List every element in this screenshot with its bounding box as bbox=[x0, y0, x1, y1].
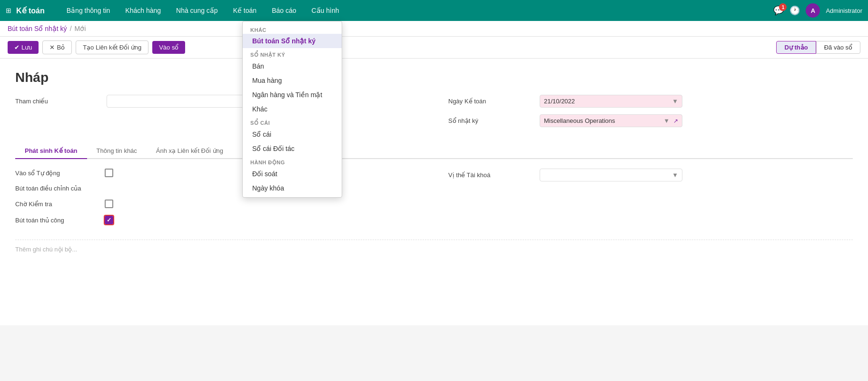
nav-config[interactable]: Cấu hình bbox=[304, 0, 347, 21]
internal-note-area[interactable]: Thêm ghi chú nội bộ... bbox=[15, 240, 853, 259]
status-draft[interactable]: Dự thảo bbox=[776, 41, 816, 54]
adjusting-entry-field: Bút toán điều chỉnh của bbox=[15, 185, 420, 192]
dropdown-item-partner-ledger[interactable]: Sổ cái Đối tác bbox=[243, 141, 342, 156]
tab-col-right: Vị thế Tài khoá ▼ bbox=[448, 169, 853, 232]
dropdown-menu: Khác Bút toán Sổ nhật ký Sổ nhật ký Bán … bbox=[242, 21, 342, 198]
main-content: Nháp Tham chiếu Ngày Kế toán 21/10/2022 … bbox=[0, 59, 868, 325]
wait-check-field: Chờ Kiểm tra bbox=[15, 200, 420, 208]
dropdown-item-ledger[interactable]: Sổ cái bbox=[243, 127, 342, 141]
breadcrumb: Bút toán Sổ nhật ký / Mới bbox=[0, 21, 868, 37]
post-button[interactable]: Vào sổ bbox=[152, 41, 185, 54]
reference-label: Tham chiếu bbox=[15, 98, 101, 105]
record-title: Nháp bbox=[15, 70, 853, 85]
dropdown-item-journal-entry[interactable]: Bút toán Sổ nhật ký bbox=[243, 34, 342, 48]
breadcrumb-separator: / bbox=[70, 25, 72, 32]
clock-icon[interactable]: 🕐 bbox=[789, 5, 800, 16]
dropdown-item-purchase[interactable]: Mua hàng bbox=[243, 73, 342, 88]
chevron-down-icon: ▼ bbox=[672, 98, 678, 105]
account-position-select[interactable]: ▼ bbox=[540, 169, 682, 181]
accounting-date-field: Ngày Kế toán 21/10/2022 ▼ bbox=[448, 95, 853, 108]
tab-content: Vào sổ Tự động Bút toán điều chỉnh của C… bbox=[15, 169, 853, 259]
auto-post-field: Vào sổ Tự động bbox=[15, 169, 420, 177]
journal-label: Sổ nhật ký bbox=[448, 117, 534, 124]
notification-badge: 1 bbox=[779, 3, 787, 11]
auto-post-label: Vào sổ Tự động bbox=[15, 170, 101, 177]
dropdown-item-reconcile[interactable]: Đối soát bbox=[243, 167, 342, 181]
reference-field: Tham chiếu bbox=[15, 95, 420, 108]
nav-menu: Bảng thông tin Khách hàng Nhà cung cấp K… bbox=[59, 0, 774, 21]
grid-icon[interactable]: ⊞ bbox=[6, 7, 11, 14]
dropdown-item-sale[interactable]: Bán bbox=[243, 59, 342, 73]
dropdown-section-action: Hành động bbox=[243, 156, 342, 167]
auto-post-checkbox[interactable] bbox=[105, 169, 113, 177]
toolbar: ✔ Lưu ✕ Bỏ Tạo Liên kết Đối ứng Vào sổ D… bbox=[0, 37, 868, 59]
x-icon: ✕ bbox=[49, 44, 55, 51]
nav-customers[interactable]: Khách hàng bbox=[118, 0, 168, 21]
wait-check-label: Chờ Kiểm tra bbox=[15, 201, 101, 208]
breadcrumb-parent[interactable]: Bút toán Sổ nhật ký bbox=[8, 25, 67, 32]
accounting-date-input[interactable]: 21/10/2022 ▼ bbox=[540, 95, 682, 108]
top-navigation: ⊞ Kế toán Bảng thông tin Khách hàng Nhà … bbox=[0, 0, 868, 21]
chat-icon[interactable]: 💬 1 bbox=[773, 5, 784, 16]
manual-entry-checkbox[interactable] bbox=[105, 216, 113, 224]
journal-select[interactable]: Miscellaneous Operations ▼ ↗ bbox=[540, 114, 682, 127]
tab-mapping[interactable]: Ánh xạ Liên kết Đối ứng bbox=[147, 143, 233, 159]
create-link-button[interactable]: Tạo Liên kết Đối ứng bbox=[76, 40, 148, 54]
avatar[interactable]: A bbox=[806, 3, 820, 18]
nav-dashboard[interactable]: Bảng thông tin bbox=[59, 0, 118, 21]
accounting-date-value: 21/10/2022 bbox=[544, 98, 575, 105]
tab-accounting[interactable]: Phát sinh Kế toán bbox=[15, 143, 87, 159]
account-position-label: Vị thế Tài khoá bbox=[448, 171, 534, 179]
nav-accounting[interactable]: Kế toán bbox=[226, 0, 264, 21]
breadcrumb-current: Mới bbox=[75, 25, 86, 32]
dropdown-section-ledger: Sổ cái bbox=[243, 116, 342, 127]
account-position-field: Vị thế Tài khoá ▼ bbox=[448, 169, 853, 181]
discard-button[interactable]: ✕ Bỏ bbox=[42, 40, 72, 54]
check-icon: ✔ bbox=[14, 44, 20, 51]
status-posted[interactable]: Đã vào sổ bbox=[816, 41, 860, 54]
wait-check-checkbox[interactable] bbox=[105, 200, 113, 208]
journal-field: Sổ nhật ký Miscellaneous Operations ▼ ↗ bbox=[448, 114, 853, 127]
form-col-right: Ngày Kế toán 21/10/2022 ▼ Sổ nhật ký Mis… bbox=[448, 95, 853, 134]
app-name: Kế toán bbox=[16, 6, 45, 15]
dropdown-item-other[interactable]: Khác bbox=[243, 102, 342, 116]
tabs: Phát sinh Kế toán Thông tin khác Ánh xạ … bbox=[15, 143, 853, 159]
nav-suppliers[interactable]: Nhà cung cấp bbox=[168, 0, 226, 21]
tab-other-info[interactable]: Thông tin khác bbox=[87, 143, 147, 159]
nav-right: 💬 1 🕐 A Administrator bbox=[773, 3, 862, 18]
form-top: Tham chiếu Ngày Kế toán 21/10/2022 ▼ Sổ … bbox=[15, 95, 853, 134]
tab-col-left: Vào sổ Tự động Bút toán điều chỉnh của C… bbox=[15, 169, 420, 232]
manual-entry-label: Bút toán thủ công bbox=[15, 217, 101, 224]
dropdown-section-other: Khác bbox=[243, 23, 342, 34]
accounting-date-label: Ngày Kế toán bbox=[448, 98, 534, 105]
external-link-icon[interactable]: ↗ bbox=[673, 118, 678, 124]
manual-entry-field: Bút toán thủ công bbox=[15, 216, 420, 224]
dropdown-item-bank-cash[interactable]: Ngân hàng và Tiền mặt bbox=[243, 88, 342, 102]
journal-value: Miscellaneous Operations bbox=[544, 117, 615, 124]
adjusting-entry-label: Bút toán điều chỉnh của bbox=[15, 185, 101, 192]
save-label: Lưu bbox=[21, 44, 32, 51]
dropdown-section-journal: Sổ nhật ký bbox=[243, 48, 342, 59]
discard-label: Bỏ bbox=[57, 44, 65, 51]
note-placeholder: Thêm ghi chú nội bộ... bbox=[15, 246, 77, 253]
reference-input[interactable] bbox=[107, 95, 249, 108]
form-col-left: Tham chiếu bbox=[15, 95, 420, 134]
chevron-down-icon: ▼ bbox=[672, 171, 678, 179]
tab-form: Vào sổ Tự động Bút toán điều chỉnh của C… bbox=[15, 169, 853, 232]
dropdown-item-lock-date[interactable]: Ngày khóa bbox=[243, 181, 342, 195]
chevron-down-icon: ▼ bbox=[663, 117, 670, 124]
save-button[interactable]: ✔ Lưu bbox=[8, 41, 39, 54]
nav-reports[interactable]: Báo cáo bbox=[264, 0, 304, 21]
username[interactable]: Administrator bbox=[826, 7, 862, 14]
